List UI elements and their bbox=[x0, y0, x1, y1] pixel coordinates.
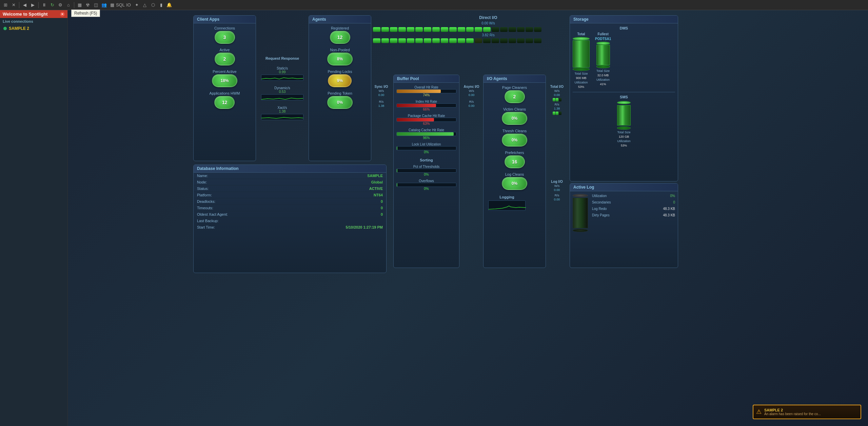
catalog-cache-label: Catalog Cache Hit Rate bbox=[396, 128, 456, 132]
io-icon[interactable]: IO bbox=[125, 2, 132, 8]
package-cache-hit-rate: Package Cache Hit Rate 63% bbox=[396, 114, 456, 125]
db-name-row: Name: SAMPLE bbox=[194, 173, 386, 179]
db-start-time-label: Start Time: bbox=[197, 225, 215, 229]
led2-17 bbox=[509, 38, 516, 43]
sidebar-title: Welcome to Spotlight ✕ bbox=[0, 10, 67, 18]
forward-icon[interactable]: ▶ bbox=[29, 2, 36, 8]
led2-18 bbox=[517, 38, 525, 43]
grid-icon[interactable]: ▦ bbox=[76, 2, 83, 8]
table-icon[interactable]: ▦ bbox=[109, 2, 116, 8]
db-oldest-xact-row: Oldest Xact Agent: 0 bbox=[194, 211, 386, 218]
victim-cleans-label: Victim Cleans bbox=[503, 107, 526, 111]
total-io-rs-value: 1.38 bbox=[554, 107, 560, 110]
refresh-icon[interactable]: ↻ bbox=[49, 2, 56, 8]
index-hit-rate: Index Hit Rate 66% bbox=[396, 100, 456, 111]
led-9 bbox=[441, 27, 448, 32]
sms-cyl-body bbox=[617, 105, 631, 125]
db-deadlocks-label: Deadlocks: bbox=[197, 199, 215, 204]
sync-io-rs-value: 1.38 bbox=[378, 104, 384, 108]
pause-icon[interactable]: ⏸ bbox=[41, 2, 47, 8]
fullest-label: Fullest bbox=[598, 32, 609, 36]
pct-thresholds-bar bbox=[396, 169, 456, 173]
log-cleans-value: 0% bbox=[502, 177, 527, 190]
overall-hit-rate-fill bbox=[397, 90, 441, 93]
t-led-3 bbox=[559, 98, 561, 101]
registered-label: Registered bbox=[331, 26, 349, 30]
led-13 bbox=[475, 27, 482, 32]
storage-title: Storage bbox=[570, 16, 678, 23]
alarm-icon[interactable]: 🔔 bbox=[166, 2, 173, 8]
lock-list-utilization: Lock List Utilization 0% bbox=[396, 142, 456, 154]
applications-hwm-metric: Applications HWM 12 bbox=[210, 91, 240, 109]
overflows-value: 0% bbox=[396, 187, 456, 191]
overflows-label: Overflows bbox=[396, 179, 456, 183]
db-oldest-xact-label: Oldest Xact Agent: bbox=[197, 212, 228, 216]
catalog-cache-hit-rate: Catalog Cache Hit Rate 96% bbox=[396, 128, 456, 140]
dynamics-label: Dynamic/s bbox=[261, 86, 303, 90]
io-agents-title: I/O Agents bbox=[484, 75, 546, 83]
direct-io-led-bar-1 bbox=[373, 27, 604, 32]
status-dot bbox=[3, 27, 7, 30]
led-16 bbox=[500, 27, 508, 32]
index-hit-rate-fill bbox=[397, 104, 436, 107]
al-cyl-bottom bbox=[573, 229, 588, 232]
al-sec-value: 0 bbox=[673, 200, 675, 204]
active-metric: Active 2 bbox=[215, 48, 235, 65]
async-io-section: Async I/O W/s 0.00 R/s 0.00 bbox=[462, 85, 481, 108]
xacts-label: Xact/s bbox=[261, 106, 303, 110]
percent-active-metric: Percent Active 18% bbox=[212, 70, 237, 87]
total-io-ws-label: W/s bbox=[554, 89, 560, 93]
layers-icon[interactable]: ◫ bbox=[93, 2, 99, 8]
warning-icon[interactable]: ☢ bbox=[84, 2, 91, 8]
notification-title: SAMPLE 2 bbox=[764, 408, 821, 412]
total-size-label: Total Size bbox=[574, 72, 588, 75]
total-io-ws-value: 0.00 bbox=[554, 93, 560, 97]
led2-3 bbox=[390, 38, 397, 43]
async-io-ws-label: W/s bbox=[469, 89, 474, 93]
sidebar-item-sample2[interactable]: SAMPLE 2 bbox=[0, 25, 67, 32]
db-status-row: Status: ACTIVE bbox=[194, 186, 386, 192]
request-response-label: Request Response bbox=[261, 56, 303, 60]
toolbar-icon-2[interactable]: ✕ bbox=[10, 2, 17, 8]
overflows-fill bbox=[397, 183, 397, 187]
log-cleans-metric: Log Cleans 0% bbox=[502, 172, 527, 190]
al-util-label: Utilization bbox=[592, 194, 607, 198]
log-io-rs-label: R/s bbox=[555, 194, 559, 197]
storage-icon[interactable]: ▮ bbox=[158, 2, 164, 8]
users-icon[interactable]: 👥 bbox=[101, 2, 107, 8]
back-icon[interactable]: ◀ bbox=[21, 2, 28, 8]
refresh-tooltip: Refresh (F5) bbox=[71, 9, 100, 17]
db-icon[interactable]: ⬡ bbox=[150, 2, 156, 8]
xacts-sparkline bbox=[261, 114, 303, 120]
prefetchers-label: Prefetchers bbox=[505, 151, 524, 155]
perf-icon[interactable]: △ bbox=[141, 2, 148, 8]
db-platform-row: Platform: NT64 bbox=[194, 192, 386, 198]
home-icon[interactable]: ⌂ bbox=[65, 2, 72, 8]
client-apps-panel: Client Apps Connections 3 Active 2 Perce… bbox=[193, 15, 256, 161]
led2-16 bbox=[500, 38, 508, 43]
catalog-cache-bar bbox=[396, 132, 456, 136]
sms-util-label: Utilization bbox=[617, 139, 630, 143]
utilization-label: Utilization bbox=[574, 81, 588, 84]
db-timeouts-row: Timeouts: 0 bbox=[194, 205, 386, 211]
overall-hit-rate-value: 74% bbox=[396, 93, 456, 97]
sidebar-close-button[interactable]: ✕ bbox=[60, 12, 65, 17]
fullest-cyl-bottom bbox=[596, 65, 610, 68]
settings-icon[interactable]: ⚙ bbox=[57, 2, 64, 8]
logging-sparkline bbox=[488, 200, 526, 211]
query-icon[interactable]: SQL bbox=[117, 2, 124, 8]
overflows-bar bbox=[396, 183, 456, 187]
sorting-label: Sorting bbox=[396, 158, 456, 162]
xacts-value: 1.38 bbox=[261, 110, 303, 113]
toolbar-icon-1[interactable]: ⊞ bbox=[2, 2, 9, 8]
overall-hit-rate-bar bbox=[396, 89, 456, 93]
log-io-ws-value: 0.00 bbox=[554, 188, 560, 192]
lock-list-value: 0% bbox=[396, 150, 456, 154]
async-io-ws-value: 0.00 bbox=[469, 93, 475, 97]
dms-label: DMS bbox=[573, 26, 675, 30]
sidebar-item-label: SAMPLE 2 bbox=[9, 26, 29, 31]
cluster-icon[interactable]: ✦ bbox=[133, 2, 140, 8]
led2-15 bbox=[492, 38, 499, 43]
async-io-rs-value: 0.00 bbox=[469, 104, 475, 108]
main-content: Client Apps Connections 3 Active 2 Perce… bbox=[68, 10, 868, 426]
